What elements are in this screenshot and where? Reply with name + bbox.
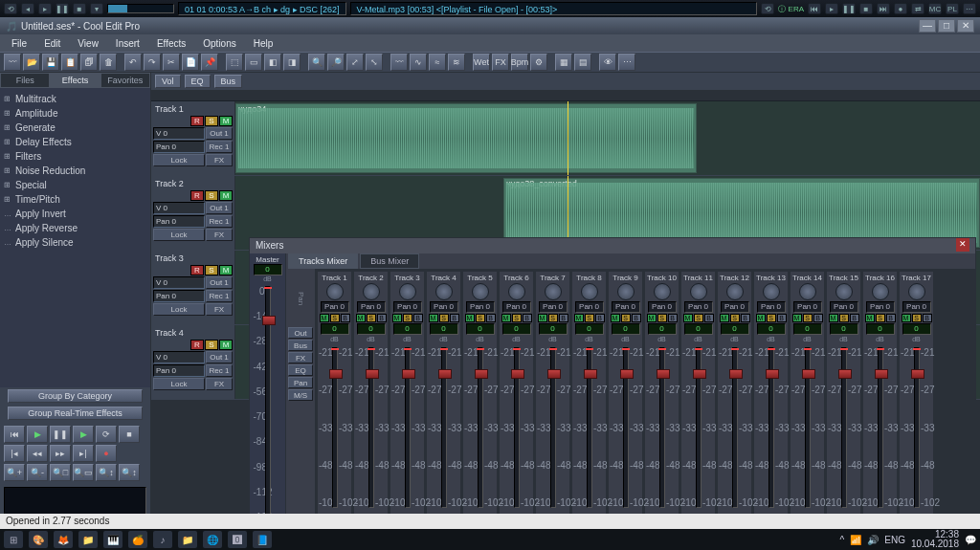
player-progress[interactable] [107,4,174,13]
player-btn[interactable]: ◂ [21,3,34,14]
channel-fader[interactable] [623,347,629,508]
tree-branch[interactable]: Generate [2,121,148,135]
group-realtime-button[interactable]: Group Real-Time Effects [8,407,143,420]
player-btn[interactable]: ⏭ [877,3,890,14]
player-btn[interactable]: ⇄ [911,3,924,14]
ch-solo[interactable]: S [439,314,449,322]
channel-fader[interactable] [550,347,556,508]
track-record-button[interactable]: R [190,265,204,275]
ch-mute[interactable]: M [465,314,475,322]
taskbar-app[interactable]: 🦊 [54,531,73,548]
toolbar-button[interactable]: ⤢ [346,54,364,71]
pan-knob[interactable] [726,283,744,300]
zoom-sel[interactable]: 🔍▭ [73,464,94,481]
track-mute-button[interactable]: M [219,340,233,350]
taskbar-app[interactable]: 🌐 [203,531,222,548]
pan-knob[interactable] [799,283,816,300]
toolbar-button[interactable]: ◧ [264,54,281,71]
ch-mute[interactable]: M [538,314,547,322]
ch-bus[interactable]: B [486,314,496,322]
toolbar-button[interactable]: ↷ [144,54,161,71]
track-lock-button[interactable]: Lock [153,229,205,241]
toolbar-button[interactable]: 🔎 [327,54,345,71]
channel-fader[interactable] [768,347,774,508]
ch-bus[interactable]: B [450,314,459,322]
transport-loop[interactable]: ⟳ [96,426,117,443]
track-lock-button[interactable]: Lock [153,154,205,166]
ch-solo[interactable]: S [585,314,594,322]
player-prev-icon[interactable]: ⟲ [4,3,17,14]
tab-effects[interactable]: Effects [50,73,100,88]
channel-fader[interactable] [732,347,738,508]
track-fx-button[interactable]: FX [206,303,233,316]
audio-clip[interactable]: чудо34 [235,103,697,173]
zoom-in-v[interactable]: 🔍↕ [96,464,117,481]
menu-help[interactable]: Help [246,36,281,51]
ch-bus[interactable]: B [850,314,859,322]
pan-knob[interactable] [581,283,598,300]
transport-play-loop[interactable]: ▶ [73,426,94,443]
taskbar-app[interactable]: 📘 [253,531,272,548]
channel-fader[interactable] [878,347,883,508]
ch-bus[interactable]: B [813,314,823,322]
ch-bus[interactable]: B [668,314,678,322]
pan-knob[interactable] [545,283,562,300]
pan-knob[interactable] [508,283,525,300]
toolbar-button[interactable]: ⬚ [226,54,243,71]
tab-files[interactable]: Files [0,73,50,88]
tree-branch[interactable]: Delay Effects [2,135,148,149]
toolbar-button[interactable]: 💾 [42,54,59,71]
close-button[interactable]: ✕ [957,19,974,33]
ch-solo[interactable]: S [803,314,813,322]
track-fx-button[interactable]: FX [206,229,233,241]
ch-solo[interactable]: S [548,314,558,322]
toolbar-button[interactable]: 〰 [4,54,21,71]
menu-view[interactable]: View [70,36,106,51]
pan-knob[interactable] [363,283,380,300]
toolbar-button[interactable]: 🔍 [308,54,325,71]
channel-fader[interactable] [441,347,447,508]
ch-bus[interactable]: B [413,314,423,322]
ch-solo[interactable]: S [694,314,703,322]
toolbar-button[interactable]: 🗐 [80,54,98,71]
player-btn[interactable]: ▸ [825,3,838,14]
transport-ff[interactable]: ▸▸ [50,445,71,462]
track-lock-button[interactable]: Lock [153,378,205,390]
tray-notifications[interactable]: 💬 [965,535,976,545]
master-fader[interactable] [265,286,271,522]
ch-bus[interactable]: B [741,314,750,322]
menu-edit[interactable]: Edit [36,36,68,51]
track-lock-button[interactable]: Lock [153,303,205,316]
mixer-side-eq[interactable]: EQ [288,364,313,376]
menu-effects[interactable]: Effects [149,36,193,51]
maximize-button[interactable]: □ [938,19,955,33]
ch-mute[interactable]: M [720,314,729,322]
start-button[interactable]: ⊞ [4,531,23,548]
transport-stop[interactable]: ■ [119,426,140,443]
toolbar-button[interactable]: 👁 [599,54,616,71]
mixer-side-fx[interactable]: FX [288,352,313,363]
mixer-side-pan[interactable]: Pan [288,377,313,388]
pan-knob[interactable] [690,283,707,300]
ch-mute[interactable]: M [902,314,911,322]
ch-mute[interactable]: M [792,314,802,322]
mixer-side-out[interactable]: Out [288,327,313,339]
ch-solo[interactable]: S [367,314,376,322]
ch-bus[interactable]: B [923,314,932,322]
toolbar-button[interactable]: ≋ [448,54,465,71]
ch-mute[interactable]: M [574,314,584,322]
pan-knob[interactable] [435,283,453,300]
track-out-button[interactable]: Out 1 [206,276,233,289]
toolbar-button[interactable]: ✂ [163,54,180,71]
ch-mute[interactable]: M [647,314,657,322]
channel-fader[interactable] [841,347,847,508]
toolbar-button[interactable]: ▤ [574,54,591,71]
minimize-button[interactable]: — [919,19,936,33]
transport-rew[interactable]: ◂◂ [27,445,48,462]
pan-knob[interactable] [763,283,780,300]
taskbar-app[interactable]: 🎹 [103,531,122,548]
channel-fader[interactable] [914,347,920,508]
track-rec-button[interactable]: Rec 1 [206,364,233,377]
tree-branch[interactable]: Special [2,178,148,192]
track-solo-button[interactable]: S [205,265,218,275]
